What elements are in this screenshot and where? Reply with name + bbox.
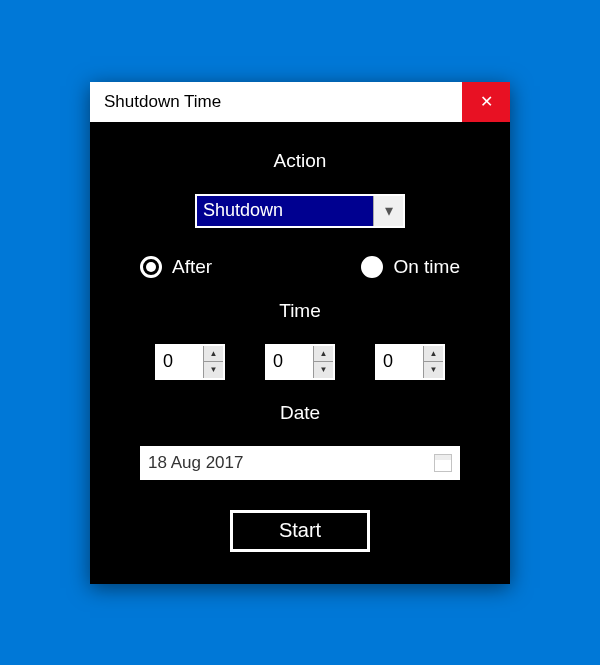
radio-ontime[interactable]: On time <box>361 256 460 278</box>
minutes-spinner[interactable]: 0 ▲ ▼ <box>265 344 335 380</box>
radio-after-label: After <box>172 256 212 278</box>
radio-after[interactable]: After <box>140 256 212 278</box>
date-label: Date <box>280 402 320 424</box>
radio-ontime-label: On time <box>393 256 460 278</box>
calendar-icon[interactable] <box>434 454 452 472</box>
radio-icon <box>140 256 162 278</box>
hours-spinner[interactable]: 0 ▲ ▼ <box>155 344 225 380</box>
seconds-value[interactable]: 0 <box>377 346 423 378</box>
chevron-down-icon: ▾ <box>385 201 393 220</box>
start-button-label: Start <box>279 519 321 542</box>
hours-value[interactable]: 0 <box>157 346 203 378</box>
start-button[interactable]: Start <box>230 510 370 552</box>
date-value: 18 Aug 2017 <box>148 453 243 473</box>
spinner-down[interactable]: ▼ <box>424 362 443 378</box>
close-button[interactable]: ✕ <box>462 82 510 122</box>
titlebar: Shutdown Time ✕ <box>90 82 510 122</box>
close-icon: ✕ <box>480 92 493 111</box>
time-label: Time <box>279 300 321 322</box>
spinner-buttons: ▲ ▼ <box>313 346 333 378</box>
spinner-down[interactable]: ▼ <box>204 362 223 378</box>
window-content: Action Shutdown ▾ After On time Time 0 ▲ <box>90 122 510 584</box>
app-window: Shutdown Time ✕ Action Shutdown ▾ After … <box>90 82 510 584</box>
spinner-up[interactable]: ▲ <box>424 346 443 363</box>
spinner-buttons: ▲ ▼ <box>423 346 443 378</box>
window-title: Shutdown Time <box>104 92 221 112</box>
action-dropdown-value: Shutdown <box>197 196 373 226</box>
time-spinners: 0 ▲ ▼ 0 ▲ ▼ 0 ▲ ▼ <box>120 344 480 380</box>
minutes-value[interactable]: 0 <box>267 346 313 378</box>
radio-icon <box>361 256 383 278</box>
action-label: Action <box>274 150 327 172</box>
date-picker[interactable]: 18 Aug 2017 <box>140 446 460 480</box>
spinner-buttons: ▲ ▼ <box>203 346 223 378</box>
spinner-up[interactable]: ▲ <box>204 346 223 363</box>
mode-radio-group: After On time <box>120 256 480 278</box>
dropdown-button[interactable]: ▾ <box>373 196 403 226</box>
spinner-up[interactable]: ▲ <box>314 346 333 363</box>
seconds-spinner[interactable]: 0 ▲ ▼ <box>375 344 445 380</box>
spinner-down[interactable]: ▼ <box>314 362 333 378</box>
action-dropdown[interactable]: Shutdown ▾ <box>195 194 405 228</box>
